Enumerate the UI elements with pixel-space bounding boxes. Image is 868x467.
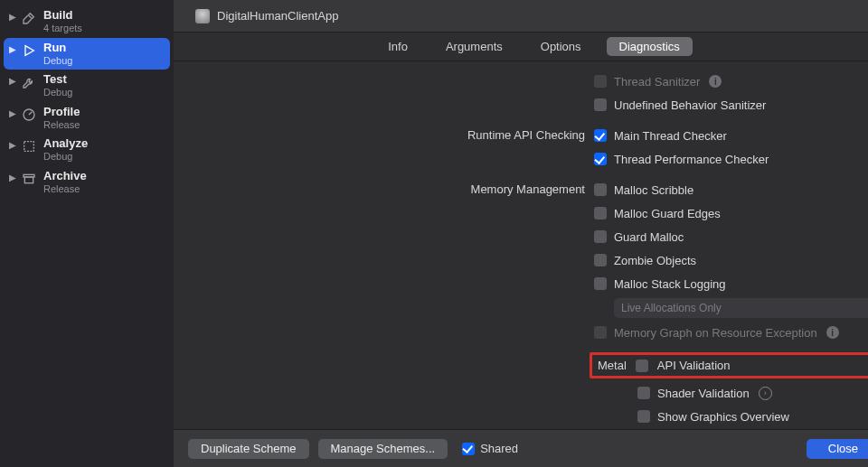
disclosure-icon: ▶ <box>9 9 20 22</box>
scheme-subtitle: Debug <box>43 55 72 67</box>
checkbox-ub-sanitizer[interactable] <box>594 98 607 111</box>
checkbox-main-thread-checker[interactable] <box>594 129 607 142</box>
scheme-sidebar: ▶ Build 4 targets ▶ Run Debug ▶ Test Deb… <box>0 0 174 467</box>
scheme-title: Profile <box>43 106 80 119</box>
gauge-icon <box>20 106 38 124</box>
scheme-title: Test <box>43 73 72 87</box>
highlight-box: Metal API Validation <box>590 352 868 378</box>
disclosure-icon: ▶ <box>9 137 20 150</box>
disclosure-icon: ▶ <box>9 73 20 86</box>
scheme-subtitle: Debug <box>43 87 72 98</box>
label-thread-performance: Thread Performance Checker <box>614 153 769 166</box>
scheme-title: Build <box>43 9 82 23</box>
scheme-subtitle: Release <box>43 119 80 131</box>
main-panel: DigitalHumanClientApp Info Arguments Opt… <box>174 0 868 467</box>
label-shared: Shared <box>480 442 518 455</box>
checkbox-malloc-stack-logging[interactable] <box>594 277 607 290</box>
section-label-metal <box>174 352 594 360</box>
svg-rect-4 <box>24 177 33 183</box>
wrench-icon <box>20 73 38 91</box>
tab-bar: Info Arguments Options Diagnostics <box>174 33 868 61</box>
tab-options[interactable]: Options <box>528 37 594 56</box>
hammer-icon <box>20 9 38 27</box>
duplicate-scheme-button[interactable]: Duplicate Scheme <box>188 439 309 459</box>
section-label-memory: Memory Management <box>174 181 594 196</box>
app-title: DigitalHumanClientApp <box>217 9 338 23</box>
sidebar-item-archive[interactable]: ▶ Archive Release <box>4 166 170 199</box>
checkbox-guard-malloc[interactable] <box>594 230 607 243</box>
label-memory-graph: Memory Graph on Resource Exception <box>614 326 817 340</box>
sidebar-item-run[interactable]: ▶ Run Debug <box>4 38 170 70</box>
checkbox-malloc-scribble[interactable] <box>594 183 607 196</box>
svg-rect-2 <box>24 142 34 152</box>
checkbox-thread-performance[interactable] <box>594 153 607 165</box>
sidebar-item-analyze[interactable]: ▶ Analyze Debug <box>4 134 170 166</box>
label-shader-validation: Shader Validation <box>657 387 750 400</box>
checkbox-api-validation[interactable] <box>636 360 648 372</box>
label-show-graphics-overview: Show Graphics Overview <box>657 410 789 424</box>
info-icon[interactable]: i <box>826 326 839 339</box>
disclosure-icon: ▶ <box>9 106 20 118</box>
checkbox-shader-validation[interactable] <box>637 387 650 399</box>
scheme-title: Analyze <box>43 137 88 151</box>
checkbox-shared[interactable] <box>462 443 475 455</box>
section-label-runtime: Runtime API Checking <box>174 126 594 142</box>
play-icon <box>20 42 38 60</box>
label-malloc-guard-edges: Malloc Guard Edges <box>614 207 721 220</box>
label-zombie-objects: Zombie Objects <box>614 254 696 267</box>
label-ub-sanitizer: Undefined Behavior Sanitizer <box>614 98 766 112</box>
label-guard-malloc: Guard Malloc <box>614 230 684 244</box>
tab-info[interactable]: Info <box>375 37 420 56</box>
metal-label: Metal <box>598 359 627 372</box>
label-malloc-scribble: Malloc Scribble <box>614 183 693 197</box>
content-area: Thread Sanitizer i Undefined Behavior Sa… <box>174 61 868 429</box>
label-main-thread-checker: Main Thread Checker <box>614 129 727 143</box>
checkbox-malloc-guard-edges[interactable] <box>594 207 607 219</box>
archive-icon <box>20 170 38 188</box>
scheme-subtitle: Debug <box>43 151 88 163</box>
app-icon <box>195 9 210 23</box>
disclosure-icon: ▶ <box>9 42 20 54</box>
label-api-validation: API Validation <box>657 359 731 372</box>
label-malloc-stack-logging: Malloc Stack Logging <box>614 277 726 291</box>
titlebar: DigitalHumanClientApp <box>174 0 868 33</box>
info-icon[interactable]: i <box>709 75 722 88</box>
scheme-subtitle: 4 targets <box>43 23 82 34</box>
disclosure-icon: ▶ <box>9 170 20 182</box>
tab-diagnostics[interactable]: Diagnostics <box>607 37 693 56</box>
sidebar-item-build[interactable]: ▶ Build 4 targets <box>4 5 170 38</box>
tab-arguments[interactable]: Arguments <box>433 37 515 56</box>
sidebar-item-profile[interactable]: ▶ Profile Release <box>4 102 170 135</box>
chevron-right-icon[interactable]: › <box>759 387 772 400</box>
label-thread-sanitizer: Thread Sanitizer <box>614 75 700 89</box>
analyze-icon <box>20 137 38 155</box>
checkbox-show-graphics-overview[interactable] <box>637 410 650 423</box>
close-button[interactable]: Close <box>807 439 868 459</box>
checkbox-thread-sanitizer <box>594 75 607 88</box>
popup-stack-log-mode: Live Allocations Only <box>614 298 868 318</box>
manage-schemes-button[interactable]: Manage Schemes... <box>318 439 448 459</box>
scheme-title: Archive <box>43 170 87 183</box>
scheme-title: Run <box>43 42 72 55</box>
footer: Duplicate Scheme Manage Schemes... Share… <box>174 429 868 467</box>
checkbox-memory-graph <box>594 326 607 339</box>
sidebar-item-test[interactable]: ▶ Test Debug <box>4 70 170 102</box>
checkbox-zombie-objects[interactable] <box>594 254 607 266</box>
scheme-subtitle: Release <box>43 183 87 195</box>
svg-marker-0 <box>25 45 33 55</box>
